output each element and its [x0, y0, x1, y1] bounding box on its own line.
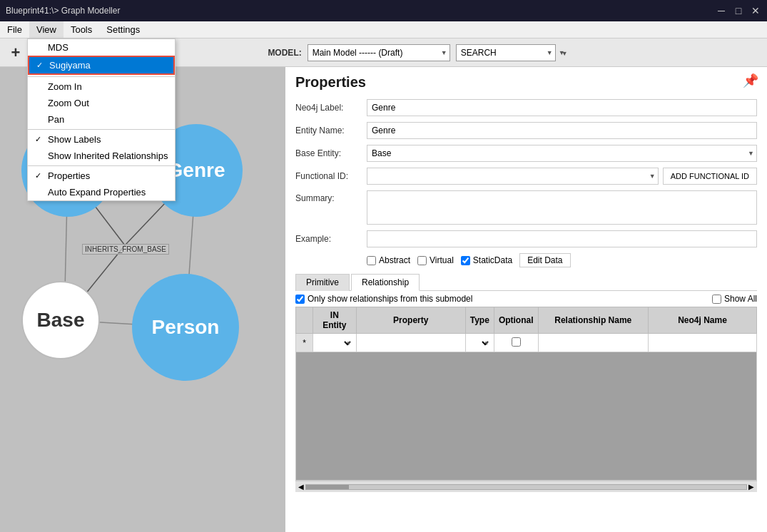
pin-icon[interactable]: 📌	[743, 73, 758, 88]
base-entity-select[interactable]: Base	[367, 145, 757, 162]
menu-view[interactable]: View	[29, 21, 64, 38]
person-node[interactable]: Person	[132, 274, 239, 381]
entity-name-input[interactable]	[367, 122, 757, 139]
summary-input[interactable]	[367, 190, 757, 225]
in-entity-select-wrap	[316, 337, 353, 349]
in-entity-select[interactable]	[316, 337, 353, 349]
menu-tools[interactable]: Tools	[64, 21, 99, 38]
dropdown-sugiyama[interactable]: ✓ Sugiyama	[28, 56, 175, 75]
functional-id-label: Functional ID:	[295, 171, 367, 181]
header-in-entity: IN Entity	[313, 307, 357, 334]
tab-primitive[interactable]: Primitive	[295, 274, 350, 291]
show-labels-check: ✓	[35, 135, 48, 144]
sugiyama-check: ✓	[36, 61, 49, 70]
zoom-in-label: Zoom In	[48, 81, 82, 92]
neo4j-name-input[interactable]	[651, 338, 753, 348]
in-entity-cell[interactable]	[313, 334, 357, 352]
summary-row: Summary:	[295, 190, 757, 225]
show-inherited-label: Show Inherited Relationships	[48, 150, 168, 161]
close-button[interactable]: ✕	[750, 5, 761, 16]
empty-row	[296, 352, 757, 481]
header-property: Property	[356, 307, 465, 334]
horizontal-scrollbar[interactable]: ◀ ▶	[295, 481, 757, 492]
empty-area	[296, 352, 757, 481]
dropdown-pan[interactable]: Pan	[28, 111, 175, 128]
show-all-checkbox[interactable]	[712, 295, 721, 304]
search-select[interactable]: SEARCH	[456, 44, 556, 61]
edit-data-button[interactable]: Edit Data	[519, 253, 570, 267]
functional-id-select[interactable]	[367, 168, 659, 185]
view-dropdown: MDS ✓ Sugiyama Zoom In Zoom Out Pan ✓ Sh…	[27, 39, 176, 201]
only-submodel-label: Only show relationships from this submod…	[308, 294, 472, 304]
zoom-out-label: Zoom Out	[48, 98, 89, 108]
menu-bar: File View Tools Settings MDS ✓ Sugiyama …	[0, 21, 767, 39]
abstract-checkbox-item: Abstract	[367, 255, 410, 265]
menu-file[interactable]: File	[0, 21, 29, 38]
dropdown-mds[interactable]: MDS	[28, 39, 175, 56]
abstract-label: Abstract	[379, 255, 410, 265]
pan-label: Pan	[48, 114, 64, 125]
static-data-checkbox[interactable]	[461, 256, 470, 265]
model-select[interactable]: Main Model ------ (Draft)	[308, 44, 450, 61]
properties-check: ✓	[35, 171, 48, 180]
search-arrow-wrap: ▼	[562, 48, 568, 58]
app-title: Blueprint41:\> Graph Modeller	[6, 6, 120, 16]
scroll-track[interactable]	[305, 484, 747, 490]
scroll-right-arrow[interactable]: ▶	[748, 483, 754, 491]
entity-name-label: Entity Name:	[295, 126, 367, 135]
property-input[interactable]	[360, 338, 462, 348]
abstract-checkbox[interactable]	[367, 256, 376, 265]
functional-id-select-wrap	[367, 168, 659, 185]
table-header: IN Entity Property Type Optional Relatio…	[296, 307, 757, 334]
dropdown-properties[interactable]: ✓ Properties	[28, 168, 175, 184]
search-wrap: SEARCH	[456, 44, 556, 61]
base-entity-label: Base Entity:	[295, 148, 367, 158]
only-submodel-checkbox[interactable]	[295, 295, 305, 304]
neo4j-label-input[interactable]	[367, 99, 757, 116]
virtual-label: Virtual	[430, 255, 454, 265]
type-cell[interactable]	[465, 334, 494, 352]
header-rel-name: Relationship Name	[538, 307, 648, 334]
properties-panel: 📌 Properties Neo4j Label: Entity Name: B…	[285, 67, 767, 532]
table-row: *	[296, 334, 757, 352]
connection-label: INHERITS_FROM_BASE	[82, 244, 169, 255]
header-neo4j-name: Neo4j Name	[648, 307, 756, 334]
property-cell[interactable]	[356, 334, 465, 352]
optional-checkbox[interactable]	[512, 337, 521, 347]
scroll-thumb[interactable]	[306, 485, 349, 489]
type-select[interactable]	[469, 337, 491, 349]
mds-check	[35, 44, 48, 52]
dropdown-zoom-out[interactable]: Zoom Out	[28, 95, 175, 111]
add-button[interactable]: +	[6, 43, 26, 63]
neo4j-name-cell[interactable]	[648, 334, 756, 352]
base-node[interactable]: Base	[21, 281, 100, 359]
dropdown-show-labels[interactable]: ✓ Show Labels	[28, 131, 175, 148]
separator-3	[28, 165, 175, 166]
table-toolbar: Only show relationships from this submod…	[295, 291, 757, 307]
scroll-left-arrow[interactable]: ◀	[298, 483, 304, 491]
tab-relationship[interactable]: Relationship	[351, 274, 420, 291]
zoom-out-check	[35, 99, 48, 108]
dropdown-show-inherited[interactable]: Show Inherited Relationships	[28, 148, 175, 164]
static-data-checkbox-item: StaticData	[461, 255, 512, 265]
model-select-wrap: Main Model ------ (Draft)	[308, 44, 450, 61]
menu-settings[interactable]: Settings	[99, 21, 147, 38]
add-functional-id-button[interactable]: ADD FUNCTIONAL ID	[663, 168, 757, 185]
separator-2	[28, 129, 175, 130]
minimize-button[interactable]: ─	[716, 5, 727, 16]
search-dropdown-arrow: ▼	[562, 50, 568, 57]
dropdown-auto-expand[interactable]: Auto Expand Properties	[28, 184, 175, 200]
virtual-checkbox[interactable]	[417, 256, 427, 265]
rel-name-input[interactable]	[542, 338, 645, 348]
show-all-wrap: Show All	[712, 294, 757, 304]
properties-label: Properties	[48, 170, 90, 181]
example-input[interactable]	[367, 230, 757, 247]
maximize-button[interactable]: □	[733, 5, 744, 16]
auto-expand-label: Auto Expand Properties	[48, 187, 146, 198]
rel-name-cell[interactable]	[538, 334, 648, 352]
base-entity-row: Base Entity: Base	[295, 145, 757, 162]
header-row: IN Entity Property Type Optional Relatio…	[296, 307, 757, 334]
optional-cell[interactable]	[494, 334, 538, 352]
row-marker: *	[296, 334, 313, 352]
dropdown-zoom-in[interactable]: Zoom In	[28, 78, 175, 95]
